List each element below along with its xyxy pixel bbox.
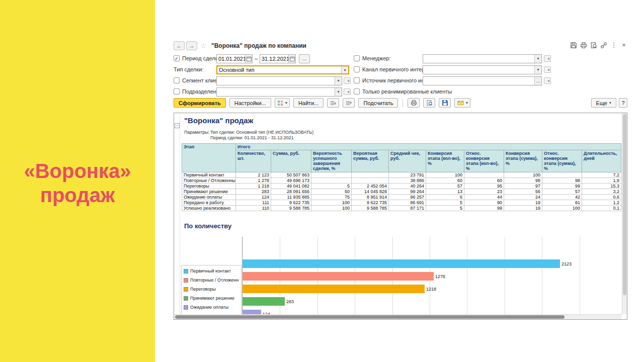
kebab-menu-icon[interactable]: ⋮ bbox=[610, 42, 617, 49]
table-row[interactable]: Передано в работу1119 622 7351009 622 73… bbox=[182, 200, 621, 206]
segment-input[interactable]: ▾ bbox=[216, 76, 342, 85]
manager-input[interactable]: ▾ bbox=[423, 54, 542, 63]
column-header: Средний чек, руб. bbox=[389, 150, 426, 172]
period-to-input[interactable]: 31.12.2021 bbox=[260, 54, 296, 63]
reanimated-checkbox[interactable] bbox=[354, 88, 360, 95]
back-button[interactable]: ← bbox=[174, 41, 185, 50]
chevron-down-icon[interactable]: ▾ bbox=[341, 66, 348, 73]
save-icon[interactable] bbox=[570, 42, 577, 49]
chart-bar[interactable] bbox=[243, 297, 285, 306]
legend-item: Переговоры bbox=[184, 287, 239, 292]
left-panel: «Воронка» продаж bbox=[0, 0, 155, 362]
manager-checkbox[interactable] bbox=[354, 55, 360, 61]
preview-icon[interactable] bbox=[590, 42, 597, 49]
link-icon[interactable] bbox=[600, 42, 607, 49]
slide-title-line2: продаж bbox=[0, 183, 155, 207]
column-header: Вероятность успешного завершения сделки,… bbox=[311, 150, 352, 172]
chevron-down-icon[interactable]: ▾ bbox=[534, 66, 541, 74]
collapse-groups-button[interactable] bbox=[343, 98, 355, 108]
funnel-chart: Первичный контактПовторные / ОтложенныеП… bbox=[181, 237, 617, 318]
group-collapse-icon[interactable]: − bbox=[175, 123, 180, 128]
chart-bar[interactable] bbox=[243, 285, 425, 293]
report-table-body: Первичный контакт2 12350 507 86323 79110… bbox=[182, 172, 621, 211]
ellipsis-icon[interactable]: ... bbox=[534, 77, 541, 85]
horizontal-scrollbar[interactable] bbox=[174, 314, 622, 319]
close-icon[interactable]: × bbox=[620, 42, 627, 49]
legend-item: Принимают решение bbox=[184, 296, 239, 301]
division-checkbox[interactable] bbox=[174, 88, 180, 95]
period-checkbox[interactable]: ✓ bbox=[174, 55, 180, 61]
vertical-scrollbar[interactable] bbox=[622, 113, 627, 314]
chevron-down-icon: ▾ bbox=[285, 101, 287, 105]
column-header: Количество, шт. bbox=[236, 150, 271, 172]
deal-type-combo[interactable]: Основной тип ▾ bbox=[216, 65, 349, 74]
column-header: Вероятная сумма, руб. bbox=[352, 150, 389, 172]
table-row[interactable]: Успешно реализовано1109 588 7851009 588 … bbox=[182, 206, 621, 211]
column-header: Относ. конверсия этапа (кол-во), % bbox=[464, 150, 504, 172]
segment-clear-button[interactable]: × bbox=[344, 77, 351, 84]
calendar-icon[interactable] bbox=[288, 55, 295, 63]
settings-button[interactable]: Настройки... bbox=[229, 98, 271, 108]
reanimated-label: Только реанимированные клиенты bbox=[362, 88, 452, 95]
send-mail-button[interactable]: ▾ bbox=[454, 98, 470, 108]
column-header: Сумма, руб. bbox=[271, 150, 311, 172]
source-checkbox[interactable] bbox=[354, 77, 360, 83]
clear-x-icon: × bbox=[547, 78, 550, 83]
chevron-down-icon[interactable]: ▾ bbox=[534, 55, 541, 63]
help-button[interactable]: ? bbox=[619, 98, 627, 108]
forward-arrow-icon: → bbox=[189, 43, 195, 49]
window-header: ← → ☆ "Воронка" продаж по компании ⋮ × bbox=[155, 41, 644, 52]
source-clear-button[interactable]: × bbox=[544, 77, 551, 84]
report-variants-button[interactable]: ▾ bbox=[275, 98, 290, 108]
segment-checkbox[interactable] bbox=[174, 77, 180, 83]
chevron-down-icon[interactable]: ▾ bbox=[335, 88, 342, 96]
report-params-values: Тип сделки: Основной тип (НЕ ИСПОЛЬЗОВАТ… bbox=[210, 130, 313, 141]
calculate-button[interactable]: Подсчитать bbox=[358, 98, 398, 108]
report-title: "Воронка" продаж bbox=[184, 116, 253, 125]
vertical-scroll-thumb[interactable] bbox=[623, 114, 626, 295]
division-clear-button[interactable]: × bbox=[344, 88, 351, 95]
expand-icon bbox=[330, 100, 336, 106]
table-row[interactable]: Первичный контакт2 12350 507 86323 79110… bbox=[182, 172, 621, 178]
find-button[interactable]: Найти... bbox=[293, 98, 324, 108]
print-icon[interactable] bbox=[580, 42, 587, 49]
legend-swatch bbox=[184, 269, 188, 274]
filter-panel: ✓ Период сделки: 01.01.2021 – 31.12.2021… bbox=[155, 52, 644, 98]
channel-clear-button[interactable]: × bbox=[544, 66, 551, 73]
param-line: Тип сделки: Основной тип (НЕ ИСПОЛЬЗОВАТ… bbox=[210, 130, 313, 135]
legend-swatch bbox=[184, 296, 188, 301]
calendar-icon[interactable] bbox=[245, 55, 252, 63]
toolbar-separator bbox=[403, 99, 403, 107]
favorite-star-icon[interactable]: ☆ bbox=[200, 42, 207, 50]
table-row[interactable]: Повторные / Отложенные1 27849 696 17338 … bbox=[182, 178, 621, 184]
chart-bar[interactable] bbox=[243, 259, 560, 268]
mail-icon bbox=[457, 100, 464, 106]
filter-row-division: Подразделение: ▾ × Только реанимированны… bbox=[174, 87, 631, 97]
channel-checkbox[interactable] bbox=[354, 66, 360, 72]
print-preview-button[interactable] bbox=[423, 98, 435, 108]
table-row[interactable]: Принимают решение28328 091 6565014 045 8… bbox=[182, 189, 621, 195]
app-window: ← → ☆ "Воронка" продаж по компании ⋮ × ✓… bbox=[155, 0, 644, 362]
chevron-down-icon[interactable]: ▾ bbox=[335, 77, 342, 85]
bar-value-label: 283 bbox=[286, 299, 294, 304]
print-button[interactable] bbox=[408, 98, 420, 108]
column-header: Относ. конверсия этапа (сумма), % bbox=[542, 150, 582, 172]
generate-button[interactable]: Сформировать bbox=[174, 98, 226, 108]
more-button[interactable]: Еще ▾ bbox=[591, 98, 616, 108]
table-row[interactable]: Ожидание оплаты12411 935 885758 951 9149… bbox=[182, 195, 621, 200]
legend-swatch bbox=[184, 287, 188, 292]
channel-input[interactable]: ▾ bbox=[423, 65, 542, 74]
legend-item: Ожидание оплаты bbox=[184, 305, 239, 310]
forward-button[interactable]: → bbox=[186, 41, 197, 50]
expand-groups-button[interactable] bbox=[327, 98, 339, 108]
save-result-button[interactable] bbox=[439, 98, 451, 108]
manager-clear-button[interactable]: × bbox=[544, 55, 551, 62]
table-row[interactable]: Переговоры1 21849 041 08252 452 05440 26… bbox=[182, 184, 621, 189]
division-input[interactable]: ▾ bbox=[216, 87, 342, 97]
period-more-button[interactable]: ... bbox=[299, 54, 310, 63]
source-input[interactable]: ... bbox=[423, 76, 542, 85]
period-from-input[interactable]: 01.01.2021 bbox=[216, 54, 253, 63]
window-command-icons: ⋮ × bbox=[570, 42, 627, 49]
chart-bar[interactable] bbox=[243, 272, 434, 281]
horizontal-scroll-thumb[interactable] bbox=[175, 315, 565, 319]
